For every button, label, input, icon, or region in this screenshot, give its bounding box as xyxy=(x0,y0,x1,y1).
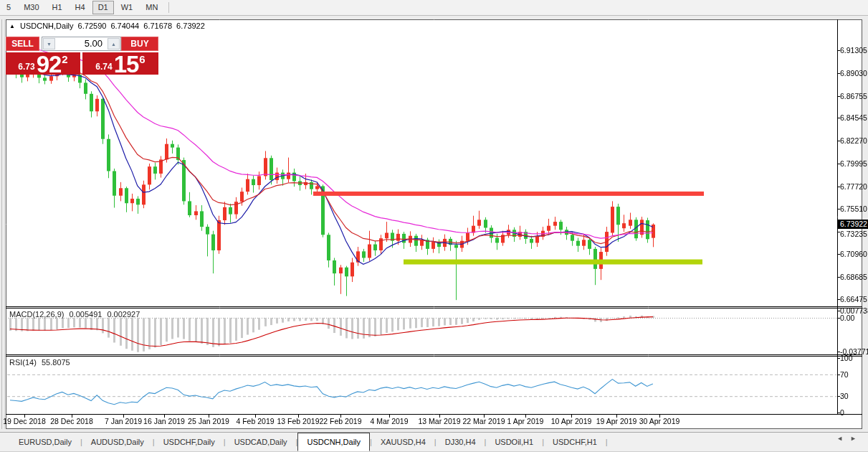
tab-bar-pad xyxy=(0,433,10,451)
tab-separator: | xyxy=(606,433,608,451)
date-axis-label: 10 Apr 2019 xyxy=(551,417,592,425)
chart-symbol-period: USDCNH,Daily xyxy=(20,22,74,30)
chart-tab-eurusd-daily[interactable]: EURUSD,Daily xyxy=(10,433,80,451)
rsi-axis-label: 30 xyxy=(840,392,849,400)
macd-indicator-label: MACD(12,26,9) 0.005491 0.002927 xyxy=(9,310,143,319)
tab-scroll-left-icon[interactable]: ◄ xyxy=(836,435,850,442)
macd-name: MACD(12,26,9) xyxy=(9,310,64,319)
timeframe-button-MN[interactable]: MN xyxy=(140,1,163,14)
timeframe-button-H1[interactable]: H1 xyxy=(47,1,68,14)
price-axis-label: 6.68685 xyxy=(840,273,867,281)
date-axis-label: 22 Mar 2019 xyxy=(463,417,505,425)
ohlc-high: 6.74044 xyxy=(110,22,139,30)
price-axis-label: 6.89030 xyxy=(840,69,867,77)
macd-value-signal: 0.002927 xyxy=(107,310,140,319)
date-axis-label: 4 Feb 2019 xyxy=(236,417,274,425)
chart-title: ▲ USDCNH,Daily 6.72590 6.74044 6.71678 6… xyxy=(9,22,207,30)
macd-value-main: 0.005491 xyxy=(69,310,102,319)
timeframe-button-D1[interactable]: D1 xyxy=(92,1,114,14)
price-axis-label: 6.77720 xyxy=(840,182,867,191)
timeframe-button-5[interactable]: 5 xyxy=(1,1,16,14)
volume-increase-button[interactable]: ▲ xyxy=(108,38,120,50)
chart-tab-dj30-h4[interactable]: DJ30,H4 xyxy=(437,433,485,451)
chart-tab-usdcad-daily[interactable]: USDCAD,Daily xyxy=(226,433,296,451)
toolbar-separator xyxy=(168,2,169,13)
date-axis-label: 30 Apr 2019 xyxy=(639,417,680,425)
buy-price-button[interactable]: 6.74 15 6 xyxy=(82,52,158,75)
sell-price-sup: 2 xyxy=(62,53,67,65)
date-axis-label: 22 Feb 2019 xyxy=(320,417,362,425)
price-axis-label: 6.73235 xyxy=(840,230,867,238)
price-axis-label: 6.75510 xyxy=(840,204,867,213)
date-axis-label: 1 Apr 2019 xyxy=(507,417,544,425)
tab-scroll-buttons: ◄► xyxy=(836,435,864,442)
chart-tab-bar: EURUSD,Daily|AUDUSD,Daily|USDCHF,Daily|U… xyxy=(0,432,868,452)
rsi-value: 55.8075 xyxy=(42,358,70,367)
sell-button[interactable]: SELL xyxy=(6,37,39,51)
price-axis-label: 6.82270 xyxy=(840,136,867,145)
price-axis-label: 6.79995 xyxy=(840,159,867,168)
buy-button[interactable]: BUY xyxy=(121,37,158,51)
timeframe-toolbar: 5M30H1H4D1W1MN xyxy=(0,0,868,16)
rsi-name: RSI(14) xyxy=(9,358,37,367)
macd-axis-label: 0.00 xyxy=(840,314,854,322)
ohlc-close: 6.73922 xyxy=(176,22,205,30)
chart-tab-usdcnh-daily[interactable]: USDCNH,Daily xyxy=(297,433,370,451)
volume-decrease-button[interactable]: ▼ xyxy=(43,38,55,50)
chart-tab-xauusd-h4[interactable]: XAUUSD,H4 xyxy=(372,433,434,451)
current-price-tag: 6.73922 xyxy=(838,220,868,229)
spinner-up-icon: ▲ xyxy=(111,42,116,47)
date-axis-label: 13 Mar 2019 xyxy=(419,417,461,425)
sell-price-button[interactable]: 6.73 92 2 xyxy=(6,52,80,75)
chart-tab-audusd-daily[interactable]: AUDUSD,Daily xyxy=(82,433,153,451)
rsi-axis-label: 0 xyxy=(840,408,844,417)
timeframe-button-M30[interactable]: M30 xyxy=(18,1,44,14)
sell-price-small: 6.73 xyxy=(18,62,34,72)
date-axis-label: 19 Apr 2019 xyxy=(596,417,637,425)
price-axis-label: 6.66475 xyxy=(840,295,867,303)
buy-price-small: 6.74 xyxy=(95,62,112,72)
chart-tab-usdoil-h1[interactable]: USDOil,H1 xyxy=(486,433,542,451)
one-click-trading-panel: SELL ▼ 5.00 ▲ BUY 6.73 92 2 6.74 15 6 xyxy=(6,37,158,75)
ohlc-open: 6.72590 xyxy=(78,22,107,30)
price-axis-label: 6.84545 xyxy=(840,113,867,122)
volume-stepper: ▼ 5.00 ▲ xyxy=(42,37,121,51)
rsi-axis-label: 70 xyxy=(840,370,849,379)
chart-tab-usdchf-daily[interactable]: USDCHF,Daily xyxy=(155,433,224,451)
ohlc-low: 6.71678 xyxy=(143,22,172,30)
tab-scroll-right-icon[interactable]: ► xyxy=(850,435,864,442)
rsi-indicator-label: RSI(14) 55.8075 xyxy=(9,358,73,367)
date-axis-label: 13 Feb 2019 xyxy=(277,417,320,425)
date-axis-label: 7 Jan 2019 xyxy=(105,417,142,425)
timeframe-button-H4[interactable]: H4 xyxy=(70,1,91,14)
collapse-arrow-icon: ▲ xyxy=(9,23,15,29)
date-axis-label: 25 Jan 2019 xyxy=(188,417,229,425)
chart-tab-usdchf-h1[interactable]: USDCHF,H1 xyxy=(544,433,606,451)
price-axis-label: 6.86755 xyxy=(840,92,867,100)
date-axis-label: 19 Dec 2018 xyxy=(3,417,46,425)
buy-price-big: 15 xyxy=(114,54,139,75)
sell-price-big: 92 xyxy=(37,54,62,75)
rsi-axis-label: 100 xyxy=(840,354,853,362)
date-axis-label: 16 Jan 2019 xyxy=(143,417,185,425)
volume-input[interactable]: 5.00 xyxy=(57,37,106,50)
buy-price-sup: 6 xyxy=(139,53,145,65)
window-left-edge xyxy=(1,19,5,429)
date-axis-label: 4 Mar 2019 xyxy=(370,417,408,425)
date-axis-label: 28 Dec 2018 xyxy=(50,417,93,425)
price-axis-label: 6.91305 xyxy=(840,46,867,55)
spinner-down-icon: ▼ xyxy=(47,42,52,47)
timeframe-button-W1[interactable]: W1 xyxy=(115,1,139,14)
price-axis-label: 6.70960 xyxy=(840,250,867,258)
